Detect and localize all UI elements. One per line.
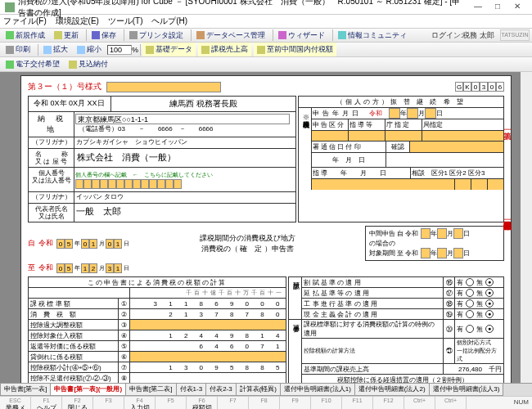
series-input[interactable] [106,82,221,92]
pnum-grid[interactable] [75,179,182,189]
tab-5[interactable]: 計算表(軽異) [236,384,281,396]
fkey-ctrl2[interactable]: Ctrl+ [435,397,467,409]
print-button[interactable]: 印刷 [2,43,34,56]
fkey-f9[interactable]: F9 [280,397,311,409]
form-page: 第３ー（１）号様式 GK0306 令和 0X年 0X月 XX日 練馬西 税務署長… [20,75,512,383]
zoom-value-input[interactable] [107,45,132,55]
fkey-f5[interactable]: F5 [156,397,187,409]
menu-help[interactable]: ヘルプ(H) [151,16,187,25]
print-settings-button[interactable]: プリンタ設定 [126,29,187,43]
tab-8[interactable]: 還付申告明細書(法人3) [429,384,504,396]
office-proc-col: ※税務署処理欄 [299,108,312,190]
maximize-button[interactable]: □ [488,1,507,14]
fkey-esc[interactable]: ESC業務メ [0,397,31,409]
save-icon [92,31,100,39]
save-button[interactable]: 保存 [88,29,119,43]
table-row: 控除対象仕入税額④1 2 4 4 9 8 1 4 [29,330,286,341]
fkey-f12[interactable]: F12 [373,397,404,409]
wizard-icon [278,31,286,39]
db-mgmt-button[interactable]: データベース管理 [193,29,268,43]
toolbar-sub: 電子交付希望 見込納付 [0,57,532,72]
kana1[interactable]: カブシキガイシャ ショウヒイッパン [74,137,295,148]
kana2[interactable]: イッパン タロウ [74,192,295,203]
sheet-tabs: 申告書[第一表] 申告書[第一表](一般用) 申告書[第二表] 付表1-3 付表… [0,383,532,396]
close-button[interactable]: ✕ [507,1,527,14]
tab-6[interactable]: 還付申告明細書(法人1) [280,384,355,396]
tab-2[interactable]: 申告書[第二表] [125,384,176,396]
name-label: 名 称 又 は 屋 号 [29,149,74,167]
community-button[interactable]: 情報コミュニティ [335,29,410,43]
form-series-label: 第３ー（１）号様式 [28,81,101,92]
mikomi-icon [69,61,77,69]
tab-1[interactable]: 申告書[第一表](一般用) [50,384,126,396]
tax-office: 練馬西 税務署長殿 [111,97,295,112]
table-row: 控除税額小計(④+⑤+⑥)⑦1 3 0 9 5 8 8 5 [29,362,286,373]
nouzei-label: 納 税 地 [29,112,74,137]
minimize-button[interactable]: — [468,1,488,14]
tab-3[interactable]: 付表1-3 [176,384,207,396]
notes-table: 付記事項割 賦 基 準 の 適 用⑯有無● 延 払 基 準 等 の 適 用⑰有無… [288,276,504,383]
zoom-in-button[interactable]: 縮小 [74,43,105,56]
fkey-ctrl1[interactable]: Ctrl+ [404,397,435,409]
update-button[interactable]: 更新 [51,29,82,43]
declare-date-box: 令和 0X年 0X月 XX日 [29,97,111,112]
furigana1-label: （フリガナ） [29,137,74,148]
table-row: 貸倒れに係る税額⑥ [29,352,286,362]
fkey-f4[interactable]: F4入力切 [124,397,156,409]
print-icon [6,46,14,54]
fkey-f2[interactable]: F2閉じる [62,397,93,409]
database-icon [196,31,205,39]
tab-0[interactable]: 申告書[第一表] [0,384,51,396]
scrollbar-vertical[interactable] [521,72,532,383]
menu-file[interactable]: ファイル(F) [3,16,47,25]
update-icon [54,31,62,39]
table-row: 課 税 標 準 額①3 1 1 8 6 9 0 0 0 [29,299,286,309]
midpay-icon [257,46,265,54]
toolbar-main: 新規作成 更新 保存 プリンタ設定 データベース管理 ウィザード 情報コミュニテ… [0,28,532,43]
community-icon [338,31,346,39]
new-icon [6,31,14,39]
tab-4[interactable]: 付表2-3 [205,384,237,396]
wizard-button[interactable]: ウィザード [275,29,328,43]
tab-7[interactable]: 還付申告明細書(法人2) [354,384,430,396]
fkey-f7[interactable]: F7 [218,397,249,409]
zoom-in-icon [77,46,85,54]
to-date[interactable]: 05年12月31日 [56,263,130,273]
sales-icon [201,46,210,54]
fkey-f8[interactable]: F8 [249,397,280,409]
fkey-f10[interactable]: F10 [311,397,342,409]
new-button[interactable]: 新規作成 [2,29,48,43]
toolbar-zoom: 印刷 拡大 縮小 % 基礎データ 課税売上高 至前中間国内付税額 [0,43,532,57]
login-user: ログイン:税務 太郎 [431,30,497,41]
gk-code: GK0306 [455,82,504,92]
mid-pay-button[interactable]: 至前中間国内付税額 [254,43,336,56]
indiv-note: （個人の方）振 替 継 続 希 望 [299,97,503,108]
basic-icon [146,46,154,54]
menu-env[interactable]: 環境設定(E) [56,16,99,25]
menu-tool[interactable]: ツール(T) [108,16,143,25]
calc-table: この申告書による消費税の税額の計算 千百十億千百十万千百十一 課 税 標 準 額… [28,276,286,383]
fkey-f11[interactable]: F11 [342,397,373,409]
function-keys: ESC業務メ F1ヘルプ F2閉じる F3 F4入力切 F5 F6税額切 F7 … [0,396,532,409]
phone: （電話番号）03 － 6666 － 6666 [75,124,295,133]
address-input[interactable]: 東京都練馬区○○1-1-1 [75,114,290,124]
zoom-out-button[interactable]: 拡大 [40,43,71,56]
zoom-out-icon [43,46,52,54]
table-row: 控除過大調整税額③ [29,320,286,330]
fkey-f6[interactable]: F6税額切 [187,397,218,409]
basic-data-button[interactable]: 基礎データ [142,43,196,56]
rep-input[interactable]: 一般 太郎 [74,204,295,222]
app-icon [5,2,15,12]
mikomi-button[interactable]: 見込納付 [65,57,111,71]
name-input[interactable]: 株式会社 消費（一般） [74,149,295,167]
fkey-f1[interactable]: F1ヘルプ [31,397,62,409]
denshi-icon [6,61,14,69]
fkey-f3[interactable]: F3 [93,397,124,409]
table-row: 控除不足還付税額(⑦-②-③)⑧ [29,373,286,384]
tax-sales-button[interactable]: 課税売上高 [198,43,251,56]
titlebar: 消費税の達人(令和05年度以降用) for Cube － [SYOUHI0001… [0,0,532,15]
denshi-button[interactable]: 電子交付希望 [2,57,63,71]
status-num: NUM [467,397,532,409]
from-date[interactable]: 05年01月01日 [56,239,130,249]
brand-logo: TATSUZIN [500,29,530,41]
